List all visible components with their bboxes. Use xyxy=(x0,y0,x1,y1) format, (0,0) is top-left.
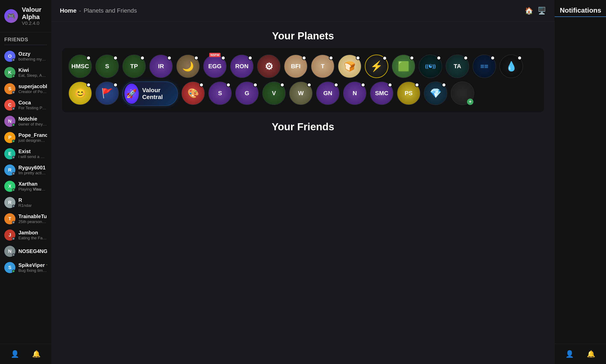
breadcrumb-separator: - xyxy=(79,7,81,14)
friend-name: R xyxy=(18,197,47,203)
planet-ps[interactable]: PS xyxy=(397,81,420,106)
planet-drop[interactable]: 💧 xyxy=(500,54,523,78)
planet-t[interactable]: T xyxy=(311,54,335,78)
friend-item-coca[interactable]: CCocaFor Testing Purpose Only xyxy=(0,97,51,113)
friend-status: Creator of PopeAI xyxy=(18,89,47,94)
planet-ta[interactable]: TA xyxy=(446,54,469,78)
planet-add[interactable]: + xyxy=(451,81,474,106)
topbar: Home - Planets and Friends 🏠 🖥️ xyxy=(51,0,555,21)
friend-name: Pope_Francis xyxy=(18,132,47,138)
breadcrumb-home[interactable]: Home xyxy=(60,7,77,14)
friend-status: Eating the Fabric xyxy=(18,236,47,240)
friend-item-kiwi[interactable]: KKiwiEat, Sleep, Amogus, Repeat xyxy=(0,64,51,81)
planet-valour-central[interactable]: 🚀 Valour Central xyxy=(122,81,178,106)
notifications-bell-icon[interactable]: 🔔 xyxy=(585,348,597,360)
planet-gn[interactable]: GN xyxy=(316,81,340,106)
person-icon[interactable]: 👤 xyxy=(9,348,21,360)
status-dot xyxy=(12,188,15,191)
planet-smile[interactable]: 😊 xyxy=(68,81,92,106)
friend-item-jambon[interactable]: JJambonEating the Fabric xyxy=(0,227,51,243)
notifications-footer: 👤 🔔 xyxy=(555,344,606,364)
monitor-icon[interactable]: 🖥️ xyxy=(538,7,546,15)
friend-item-superjacobl[interactable]: SsuperjacoblSTAFFCreator of PopeAI xyxy=(0,81,51,97)
friend-item-xarthan[interactable]: XXarthanPlaying Visual Studio Code for 5… xyxy=(0,178,51,195)
app-header: 🎮 Valour Alpha V0.2.4.0 xyxy=(0,0,51,32)
sidebar-footer: 👤 🔔 xyxy=(0,344,51,364)
friend-avatar: N xyxy=(4,116,15,127)
friend-name: Notchie xyxy=(18,116,47,122)
planet-diamond[interactable]: 💎 xyxy=(424,81,447,106)
friend-info: Existi will send a wheel of cheese to yo… xyxy=(18,148,47,159)
planet-n[interactable]: N xyxy=(343,81,366,106)
friend-name: Kiwi xyxy=(18,67,47,73)
planet-layers[interactable]: ≡≡ xyxy=(473,54,496,78)
friend-name: Ozzy xyxy=(18,51,47,57)
friend-item-trainabletuna68[interactable]: TTrainableTuna6825th pearson to join val… xyxy=(0,211,51,227)
notifications-panel: Notifications 👤 🔔 xyxy=(555,0,606,364)
friend-item-spikeviper[interactable]: SSpikeViper⭐STAFF⚙️Bug fixing time!! xyxy=(0,260,51,276)
planet-w[interactable]: W xyxy=(289,81,313,106)
app-logo: 🎮 xyxy=(4,9,18,23)
planet-ron[interactable]: RON xyxy=(230,54,254,78)
main-content: Home - Planets and Friends 🏠 🖥️ Your Pla… xyxy=(51,0,555,364)
app-title: Valour Alpha xyxy=(22,6,47,21)
planet-egg[interactable]: EGG NSFW xyxy=(203,54,227,78)
friend-item-ryguy6001[interactable]: RRyguy6001Im pretty active! xyxy=(0,162,51,178)
friend-name: Ryguy6001 xyxy=(18,165,47,171)
planet-ir[interactable]: IR xyxy=(149,54,173,78)
status-dot xyxy=(12,140,15,143)
planet-hmsc[interactable]: HMSC xyxy=(68,54,92,78)
notifications-person-icon[interactable]: 👤 xyxy=(564,348,576,360)
home-icon[interactable]: 🏠 xyxy=(525,7,533,15)
friend-status: Playing Visual Studio Code for 5 months xyxy=(18,187,47,192)
friend-status: Eat, Sleep, Amogus, Repeat xyxy=(18,73,47,78)
planet-s2[interactable]: S xyxy=(208,81,232,106)
planet-colorful[interactable]: 🎨 xyxy=(181,81,205,106)
friend-avatar: S xyxy=(4,83,15,94)
topbar-icons: 🏠 🖥️ xyxy=(525,7,546,15)
planet-bread[interactable]: 🍞 xyxy=(338,54,361,78)
planet-bfi[interactable]: BFI xyxy=(284,54,308,78)
planet-lightning[interactable]: ⚡ xyxy=(365,54,388,78)
valour-central-icon: 🚀 xyxy=(124,84,139,104)
planet-smc[interactable]: SMC xyxy=(370,81,393,106)
status-dot xyxy=(12,237,15,240)
status-dot xyxy=(12,58,15,61)
planet-mc[interactable]: 🟩 xyxy=(392,54,415,78)
planet-v[interactable]: V xyxy=(262,81,286,106)
friend-item-exist[interactable]: EExisti will send a wheel of cheese to y… xyxy=(0,146,51,162)
friend-name: Coca xyxy=(18,100,47,106)
friend-name: Xarthan xyxy=(18,181,47,187)
nsfw-badge: NSFW xyxy=(209,53,220,57)
status-dot xyxy=(12,253,15,256)
friend-info: TrainableTuna6825th pearson to join valo… xyxy=(18,213,47,224)
friend-item-noseg4ng[interactable]: NNOSEG4NG xyxy=(0,243,51,260)
friend-info: NOSEG4NG xyxy=(18,248,47,254)
planet-tp[interactable]: TP xyxy=(122,54,146,78)
friend-avatar: X xyxy=(4,181,15,192)
planet-s1[interactable]: S xyxy=(95,54,119,78)
friend-item-notchie[interactable]: NNotchieowner of they/them pussy xyxy=(0,113,51,130)
planet-g[interactable]: G xyxy=(235,81,259,106)
friend-avatar: R xyxy=(4,165,15,176)
friend-info: XarthanPlaying Visual Studio Code for 5 … xyxy=(18,181,47,192)
friend-avatar: J xyxy=(4,230,15,241)
app-title-block: Valour Alpha V0.2.4.0 xyxy=(22,6,47,26)
friend-name: Exist xyxy=(18,148,47,155)
add-planet-icon[interactable]: + xyxy=(467,99,473,105)
bell-icon[interactable]: 🔔 xyxy=(30,348,42,360)
friend-status: 25th pearson to join valour xyxy=(18,220,47,224)
friend-item-r[interactable]: RRR1ndar xyxy=(0,195,51,211)
friend-info: CocaFor Testing Purpose Only xyxy=(18,100,47,110)
your-friends-title: Your Friends xyxy=(62,121,544,133)
planet-gear[interactable]: ⚙ xyxy=(257,54,281,78)
planet-flag[interactable]: 🚩 xyxy=(95,81,119,106)
friend-info: RR1ndar xyxy=(18,197,47,208)
friend-info: SpikeViper⭐STAFF⚙️Bug fixing time!! xyxy=(18,262,47,273)
friend-info: Ryguy6001Im pretty active! xyxy=(18,165,47,175)
friend-item-ozzy[interactable]: OOzzybothering my fiancé xyxy=(0,48,51,64)
friend-name: NOSEG4NG xyxy=(18,248,47,254)
friend-item-pope_francis[interactable]: PPope_Francisjust designing shit xyxy=(0,130,51,146)
planet-wifi[interactable]: ((☯)) xyxy=(419,54,442,78)
planet-moon[interactable]: 🌙 xyxy=(176,54,200,78)
